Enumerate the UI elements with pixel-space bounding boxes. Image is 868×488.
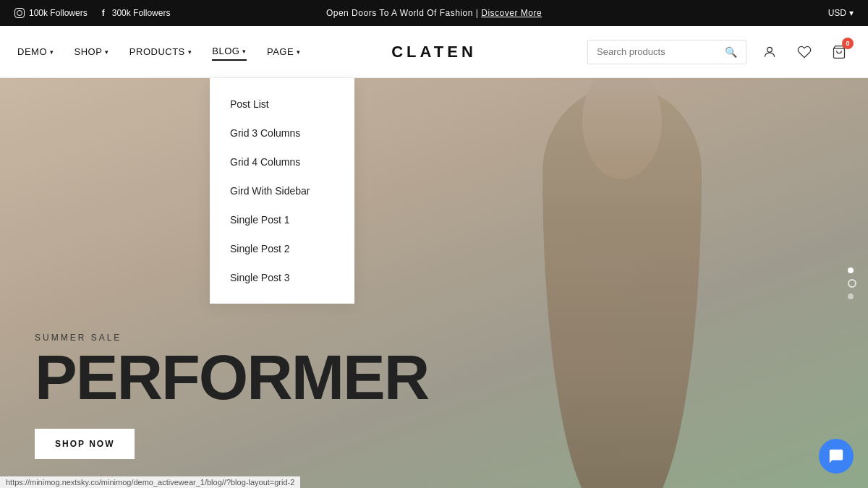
chat-bubble-button[interactable] bbox=[819, 439, 854, 474]
cart-badge: 0 bbox=[842, 38, 854, 49]
instagram-followers: 100k Followers bbox=[29, 8, 88, 18]
facebook-icon: f bbox=[102, 8, 108, 18]
svg-point-0 bbox=[767, 47, 773, 52]
search-input[interactable] bbox=[597, 46, 719, 57]
nav-blog[interactable]: BLOG ▾ bbox=[212, 43, 247, 61]
nav-page[interactable]: PAGE ▾ bbox=[267, 43, 301, 60]
blog-dropdown: Post List Grid 3 Columns Grid 4 Columns … bbox=[210, 78, 354, 304]
header-actions: 🔍 0 bbox=[587, 40, 851, 64]
slide-dot-2[interactable] bbox=[848, 279, 856, 288]
dropdown-item-grid-4[interactable]: Grid 4 Columns bbox=[210, 147, 354, 176]
instagram-link[interactable]: 100k Followers bbox=[14, 8, 88, 18]
dropdown-item-single-post-2[interactable]: Single Post 2 bbox=[210, 234, 354, 263]
discover-more-link[interactable]: Discover More bbox=[481, 8, 542, 18]
shop-now-button[interactable]: SHOP NOW bbox=[35, 429, 135, 459]
facebook-link[interactable]: f 300k Followers bbox=[102, 8, 171, 18]
instagram-icon bbox=[14, 8, 25, 18]
user-account-button[interactable] bbox=[758, 40, 781, 64]
nav-shop[interactable]: SHOP ▾ bbox=[75, 43, 109, 60]
dropdown-item-single-post-3[interactable]: Single Post 3 bbox=[210, 263, 354, 292]
page-chevron-icon: ▾ bbox=[297, 48, 301, 56]
slide-dot-1[interactable] bbox=[848, 267, 854, 273]
facebook-followers: 300k Followers bbox=[112, 8, 171, 18]
dropdown-item-post-list[interactable]: Post List bbox=[210, 90, 354, 119]
blog-chevron-icon: ▾ bbox=[242, 48, 247, 55]
wishlist-button[interactable] bbox=[793, 40, 816, 64]
search-icon[interactable]: 🔍 bbox=[725, 46, 737, 58]
promo-text: Open Doors To A World Of Fashion | Disco… bbox=[326, 8, 542, 18]
nav-products[interactable]: PRODUCTS ▾ bbox=[129, 43, 192, 60]
social-links: 100k Followers f 300k Followers bbox=[14, 8, 170, 18]
products-chevron-icon: ▾ bbox=[188, 48, 192, 56]
hero-content: SUMMER SALE PERFORMER SHOP NOW bbox=[35, 333, 428, 459]
hero-title: PERFORMER bbox=[35, 348, 428, 406]
main-nav: DEMO ▾ SHOP ▾ PRODUCTS ▾ BLOG ▾ PAGE ▾ bbox=[17, 43, 301, 61]
status-bar: https://minimog.nextsky.co/minimog/demo_… bbox=[0, 476, 300, 488]
demo-chevron-icon: ▾ bbox=[50, 48, 54, 56]
dropdown-item-single-post-1[interactable]: Single Post 1 bbox=[210, 205, 354, 234]
status-url: https://minimog.nextsky.co/minimog/demo_… bbox=[6, 478, 294, 487]
hero-section: SUMMER SALE PERFORMER SHOP NOW bbox=[0, 78, 868, 488]
site-logo[interactable]: CLATEN bbox=[391, 43, 477, 61]
cart-button[interactable]: 0 bbox=[827, 40, 851, 64]
announcement-bar: 100k Followers f 300k Followers Open Doo… bbox=[0, 0, 868, 26]
dropdown-item-grid-3[interactable]: Grid 3 Columns bbox=[210, 119, 354, 147]
currency-selector[interactable]: USD ▾ bbox=[828, 8, 854, 18]
nav-demo[interactable]: DEMO ▾ bbox=[17, 43, 54, 60]
header: DEMO ▾ SHOP ▾ PRODUCTS ▾ BLOG ▾ PAGE ▾ C… bbox=[0, 26, 868, 78]
currency-chevron-icon: ▾ bbox=[849, 8, 854, 18]
shop-chevron-icon: ▾ bbox=[105, 48, 109, 56]
slide-dot-3[interactable] bbox=[848, 294, 854, 299]
dropdown-item-grid-sidebar[interactable]: Gird With Sidebar bbox=[210, 176, 354, 205]
slide-dots bbox=[848, 267, 856, 299]
search-box[interactable]: 🔍 bbox=[587, 40, 746, 64]
